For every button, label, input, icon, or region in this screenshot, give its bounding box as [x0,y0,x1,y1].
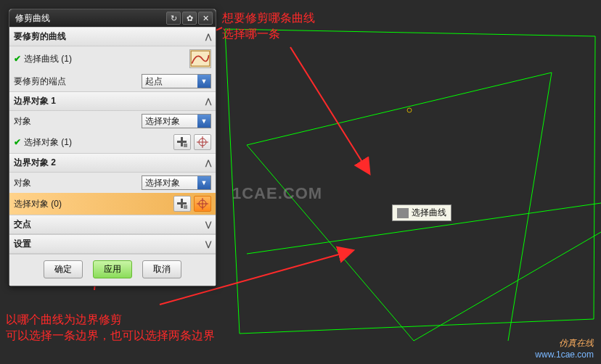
svg-line-3 [240,319,594,334]
site-watermark: 仿真在线 www.1cae.com [535,337,594,360]
object1-select[interactable]: 选择对象 ▼ [142,114,211,128]
settings-icon[interactable]: ✿ [182,12,197,25]
chevron-up-icon[interactable]: ⋀ [205,97,211,105]
add-selection-icon[interactable] [173,134,191,150]
tooltip-text: 选择曲线 [412,207,446,219]
dialog-buttons: 确定 应用 取消 [9,254,216,286]
cancel-button[interactable]: 取消 [142,260,181,278]
row-select-object-2: 选择对象 (0) [9,193,216,215]
row-select-object-1: ✔ 选择对象 (1) [9,131,216,153]
curve-type-icon[interactable] [189,49,211,68]
row-object-1: 对象 选择对象 ▼ [9,111,216,131]
object2-select[interactable]: 选择对象 ▼ [142,175,211,190]
chevron-down-icon: ▼ [197,176,210,189]
section-boundary-2[interactable]: 边界对象 2 ⋀ [9,153,216,173]
svg-point-9 [407,108,412,112]
chevron-up-icon[interactable]: ⋀ [205,159,211,167]
annotation-bottom: 以哪个曲线为边界修剪 可以选择一条边界，也可以选择两条边界 [6,312,215,344]
check-icon: ✔ [14,54,21,64]
svg-rect-17 [184,144,187,147]
apply-button[interactable]: 应用 [93,260,132,278]
svg-line-6 [247,145,414,341]
trim-curve-dialog: 修剪曲线 ↻ ✿ ✕ 要修剪的曲线 ⋀ ✔ 选择曲线 (1) 要修剪的端点 起点… [9,9,216,286]
section-settings[interactable]: 设置 ⋁ [9,234,216,254]
trim-end-select[interactable]: 起点 ▼ [142,74,211,88]
chevron-up-icon[interactable]: ⋀ [205,33,211,41]
undo-icon[interactable]: ↻ [166,12,181,25]
section-boundary-1[interactable]: 边界对象 1 ⋀ [9,91,216,111]
svg-rect-22 [177,202,187,204]
chevron-down-icon[interactable]: ⋁ [205,220,211,228]
cursor-tooltip: 选择曲线 [392,204,451,221]
svg-rect-14 [191,51,210,66]
section-curve-to-trim[interactable]: 要修剪的曲线 ⋀ [9,27,216,46]
tooltip-icon [397,208,409,218]
annotation-top: 想要修剪哪条曲线 选择哪一条 [222,10,315,42]
svg-line-7 [414,232,601,341]
svg-rect-23 [184,205,187,209]
ok-button[interactable]: 确定 [44,260,83,278]
row-object-2: 对象 选择对象 ▼ [9,173,216,193]
pick-point-icon[interactable] [194,196,211,212]
section-intersection[interactable]: 交点 ⋁ [9,215,216,234]
svg-line-5 [508,73,552,341]
chevron-down-icon[interactable]: ⋁ [205,240,211,248]
chevron-down-icon: ▼ [197,75,210,88]
svg-line-11 [290,47,363,163]
row-trim-end: 要修剪的端点 起点 ▼ [9,71,216,91]
watermark: 1CAE.COM [232,184,322,203]
svg-line-4 [247,73,552,145]
pick-point-icon[interactable] [194,134,211,150]
add-selection-icon[interactable] [173,196,191,212]
chevron-down-icon: ▼ [197,115,210,128]
check-icon: ✔ [14,137,21,147]
svg-line-2 [225,29,240,334]
dialog-titlebar[interactable]: 修剪曲线 ↻ ✿ ✕ [9,9,216,27]
close-icon[interactable]: ✕ [198,12,213,25]
row-select-curve: ✔ 选择曲线 (1) [9,46,216,71]
dialog-title: 修剪曲线 [15,12,165,25]
svg-line-1 [594,36,595,319]
dialog-body: 要修剪的曲线 ⋀ ✔ 选择曲线 (1) 要修剪的端点 起点 ▼ 边界对象 1 ⋀… [9,27,216,286]
svg-rect-16 [177,141,187,143]
